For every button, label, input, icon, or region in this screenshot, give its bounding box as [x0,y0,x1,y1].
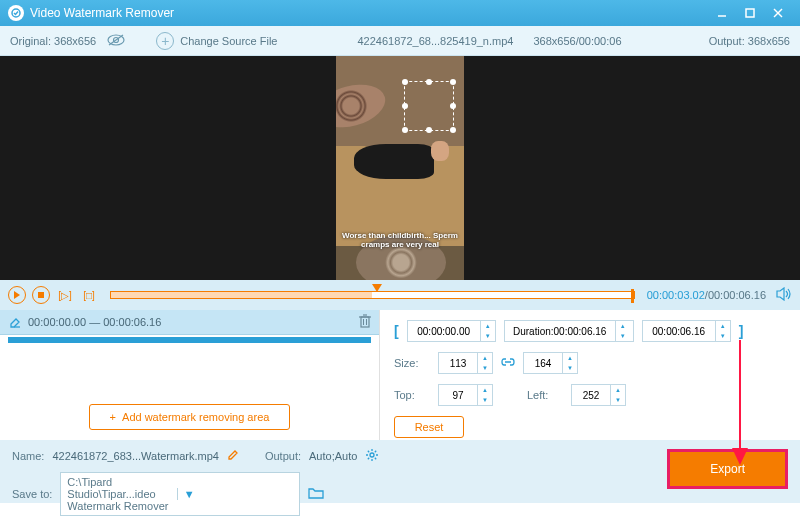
spin-down[interactable]: ▼ [563,363,577,373]
spin-up[interactable]: ▲ [716,321,730,331]
spin-down[interactable]: ▼ [716,331,730,341]
selection-box[interactable] [404,81,454,131]
resize-handle[interactable] [450,103,456,109]
source-dimensions: 368x656/00:00:06 [533,35,621,47]
segments-panel: 00:00:00.00 — 00:00:06.16 + Add watermar… [0,310,380,440]
titlebar: Video Watermark Remover [0,0,800,26]
close-button[interactable] [764,0,792,26]
resize-handle[interactable] [450,79,456,85]
spin-up[interactable]: ▲ [478,385,492,395]
spin-up[interactable]: ▲ [611,385,625,395]
resize-handle[interactable] [402,79,408,85]
spin-up[interactable]: ▲ [616,321,630,331]
bracket-right-icon[interactable]: ] [739,323,744,339]
play-button[interactable] [8,286,26,304]
work-area: 00:00:00.00 — 00:00:06.16 + Add watermar… [0,310,800,440]
bottom-bar: Name: 422461872_683...Watermark.mp4 Outp… [0,440,800,503]
start-time-input[interactable]: ▲▼ [407,320,496,342]
app-title: Video Watermark Remover [30,6,708,20]
spin-down[interactable]: ▼ [478,363,492,373]
edit-name-icon[interactable] [227,449,239,463]
timeline-slider[interactable] [110,291,635,299]
delete-segment-icon[interactable] [359,314,371,330]
name-label: Name: [12,450,44,462]
video-content [431,141,449,161]
video-content [354,144,434,179]
app-logo-icon [8,5,24,21]
path-dropdown-icon[interactable]: ▼ [177,488,294,500]
add-area-label: Add watermark removing area [122,411,269,423]
left-label: Left: [527,389,563,401]
change-source-button[interactable]: + Change Source File [156,32,277,50]
open-folder-icon[interactable] [308,486,324,502]
plus-icon: + [156,32,174,50]
svg-rect-12 [361,317,369,327]
resize-handle[interactable] [450,127,456,133]
resize-handle[interactable] [402,103,408,109]
eraser-icon [8,314,22,330]
spin-down[interactable]: ▼ [611,395,625,405]
frame-button[interactable]: [□] [80,286,98,304]
source-filename: 422461872_68...825419_n.mp4 [357,35,513,47]
output-settings-icon[interactable] [365,448,379,464]
step-frame-button[interactable]: [▷] [56,286,74,304]
stop-button[interactable] [32,286,50,304]
svg-marker-8 [14,291,20,299]
maximize-button[interactable] [736,0,764,26]
toolbar: Original: 368x656 + Change Source File 4… [0,26,800,56]
svg-rect-9 [38,292,44,298]
timeline-end-marker[interactable] [631,289,634,303]
resize-handle[interactable] [426,79,432,85]
duration-input[interactable]: ▲▼ [504,320,634,342]
timing-row: [ ▲▼ ▲▼ ▲▼ ] [394,320,786,342]
preview-toggle-icon[interactable] [106,33,126,49]
playhead-icon[interactable] [372,284,382,292]
resize-handle[interactable] [402,127,408,133]
volume-icon[interactable] [776,287,792,303]
end-time-input[interactable]: ▲▼ [642,320,731,342]
bracket-left-icon[interactable]: [ [394,323,399,339]
height-input[interactable]: ▲▼ [523,352,578,374]
export-button[interactable]: Export [667,449,788,489]
video-content [336,78,390,135]
save-path: C:\Tipard Studio\Tipar...ideo Watermark … [67,476,177,512]
segment-bar[interactable] [8,337,371,343]
top-input[interactable]: ▲▼ [438,384,493,406]
playback-bar: [▷] [□] 00:00:03.02/00:00:06.16 [0,280,800,310]
add-watermark-area-button[interactable]: + Add watermark removing area [89,404,291,430]
spin-up[interactable]: ▲ [478,353,492,363]
original-dimensions: Original: 368x656 [10,35,96,47]
output-name: 422461872_683...Watermark.mp4 [52,450,219,462]
plus-icon: + [110,411,116,423]
size-label: Size: [394,357,430,369]
video-frame: Worse than childbirth... Sperm cramps ar… [336,56,464,280]
svg-marker-10 [777,288,784,300]
width-input[interactable]: ▲▼ [438,352,493,374]
reset-button[interactable]: Reset [394,416,464,438]
minimize-button[interactable] [708,0,736,26]
spin-up[interactable]: ▲ [481,321,495,331]
output-label: Output: [265,450,301,462]
video-caption: Worse than childbirth... Sperm cramps ar… [336,231,464,250]
spin-down[interactable]: ▼ [478,395,492,405]
change-source-label: Change Source File [180,35,277,47]
segment-range: 00:00:00.00 — 00:00:06.16 [28,316,353,328]
output-dimensions: Output: 368x656 [709,35,790,47]
top-label: Top: [394,389,430,401]
save-label: Save to: [12,488,52,500]
properties-panel: [ ▲▼ ▲▼ ▲▼ ] Size: ▲▼ ▲▼ Top: ▲▼ Left: ▲… [380,310,800,440]
spin-down[interactable]: ▼ [616,331,630,341]
position-row: Top: ▲▼ Left: ▲▼ [394,384,786,406]
svg-rect-2 [746,9,754,17]
resize-handle[interactable] [426,127,432,133]
spin-up[interactable]: ▲ [563,353,577,363]
output-format: Auto;Auto [309,450,357,462]
time-display: 00:00:03.02/00:00:06.16 [647,289,766,301]
left-input[interactable]: ▲▼ [571,384,626,406]
size-row: Size: ▲▼ ▲▼ [394,352,786,374]
spin-down[interactable]: ▼ [481,331,495,341]
segment-item[interactable]: 00:00:00.00 — 00:00:06.16 [0,310,379,335]
video-preview[interactable]: Worse than childbirth... Sperm cramps ar… [0,56,800,280]
save-path-box[interactable]: C:\Tipard Studio\Tipar...ideo Watermark … [60,472,300,516]
link-aspect-icon[interactable] [501,355,515,371]
